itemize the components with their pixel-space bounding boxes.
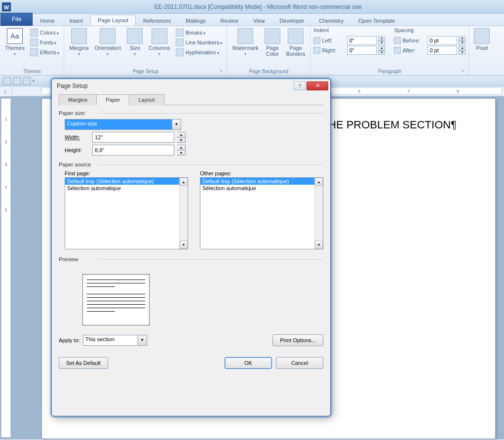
tab-file[interactable]: File (0, 13, 33, 26)
size-button[interactable]: Size▾ (125, 27, 145, 57)
watermark-button[interactable]: Watermark▾ (230, 27, 260, 57)
height-label: Height: (65, 147, 89, 153)
document-text: HE PROBLEM SECTION¶ (328, 119, 465, 131)
tab-chemistry[interactable]: Chemistry (311, 15, 351, 26)
title-bar: W EE-2011.0701.docx [Compatibility Mode]… (0, 0, 504, 14)
cancel-button[interactable]: Cancel (276, 357, 323, 369)
spacing-after-input[interactable] (427, 46, 457, 55)
group-arrange: Posit (469, 26, 495, 75)
page-borders-button[interactable]: Page Borders (284, 27, 308, 58)
breaks-icon (176, 29, 184, 37)
qat-icon-2[interactable] (13, 77, 21, 85)
qat-dropdown-icon[interactable]: ▾ (33, 79, 35, 83)
save-icon[interactable] (3, 77, 11, 85)
indent-left-spinner[interactable]: ▲▼ (378, 36, 385, 45)
chevron-down-icon: ▾ (78, 52, 80, 56)
tab-mailings[interactable]: Mailings (178, 15, 213, 26)
preview-label: Preview (59, 256, 323, 262)
indent-left-icon (313, 37, 320, 44)
breaks-button[interactable]: Breaks (174, 28, 224, 37)
tab-insert[interactable]: Insert (62, 15, 91, 26)
effects-button[interactable]: Effects (29, 48, 61, 57)
dialog-tab-layout[interactable]: Layout (129, 94, 164, 105)
group-label-page-background: Page Background (230, 68, 307, 75)
position-button[interactable]: Posit (472, 27, 492, 52)
orientation-button[interactable]: Orientation▾ (93, 27, 123, 57)
spacing-after-icon (394, 47, 401, 54)
themes-button[interactable]: Aa Themes ▾ (3, 27, 27, 57)
apply-to-dropdown-button[interactable]: ▼ (138, 335, 147, 346)
tab-home[interactable]: Home (33, 15, 62, 26)
group-label-page-setup[interactable]: Page Setup (67, 68, 224, 75)
spacing-before-spinner[interactable]: ▲▼ (459, 36, 465, 45)
themes-icon: Aa (7, 28, 23, 44)
print-options-button[interactable]: Print Options... (272, 334, 323, 346)
spacing-heading: Spacing (394, 27, 465, 33)
spacing-before-icon (394, 37, 401, 44)
paper-size-select[interactable]: Custom size (65, 119, 172, 130)
height-spinner[interactable]: ▲▼ (177, 145, 186, 156)
line-numbers-icon (176, 39, 184, 46)
list-item[interactable]: Default tray (Sélection automatique) (65, 178, 188, 185)
paper-source-label: Paper source (59, 161, 323, 167)
width-input[interactable] (92, 132, 174, 143)
columns-button[interactable]: Columns▾ (147, 27, 172, 57)
scrollbar[interactable]: ▲▼ (179, 178, 188, 249)
chevron-down-icon: ▾ (14, 52, 16, 56)
first-page-listbox[interactable]: Default tray (Sélection automatique) Sél… (65, 177, 188, 249)
list-item[interactable]: Default tray (Sélection automatique) (200, 178, 323, 185)
indent-right-spinner[interactable]: ▲▼ (378, 46, 385, 55)
group-page-setup: Margins▾ Orientation▾ Size▾ Columns▾ Bre… (64, 26, 227, 75)
hyphenation-button[interactable]: Hyphenation (174, 48, 224, 57)
ribbon-tabs: File Home Insert Page Layout References … (0, 14, 504, 26)
tab-references[interactable]: References (136, 15, 178, 26)
dialog-tab-paper[interactable]: Paper (96, 94, 129, 105)
group-label-paragraph[interactable]: Paragraph (313, 68, 465, 75)
margins-button[interactable]: Margins▾ (67, 27, 90, 57)
tab-page-layout[interactable]: Page Layout (90, 15, 136, 26)
tab-view[interactable]: View (246, 15, 272, 26)
ruler-corner[interactable]: L (0, 86, 12, 96)
spacing-before-input[interactable] (427, 36, 457, 45)
fonts-icon (30, 39, 38, 46)
indent-right-input[interactable] (347, 46, 377, 55)
size-icon (127, 28, 143, 44)
tab-review[interactable]: Review (213, 15, 246, 26)
fonts-button[interactable]: Fonts (29, 38, 61, 47)
line-numbers-button[interactable]: Line Numbers (174, 38, 224, 47)
scrollbar[interactable]: ▲▼ (314, 178, 323, 249)
width-spinner[interactable]: ▲▼ (177, 132, 186, 143)
margins-icon (71, 28, 87, 44)
effects-icon (30, 48, 38, 56)
dialog-tab-margins[interactable]: Margins (59, 94, 97, 105)
dialog-help-button[interactable]: ? (294, 81, 306, 90)
ok-button[interactable]: OK (225, 357, 272, 369)
page-color-button[interactable]: Page Color (263, 27, 282, 58)
paper-size-label: Paper size: (59, 110, 323, 116)
hyphenation-icon (176, 48, 184, 56)
tab-developer[interactable]: Developer (272, 15, 311, 26)
spacing-before-label: Before: (402, 38, 426, 43)
watermark-icon (237, 28, 253, 44)
list-item[interactable]: Sélection automatique (65, 185, 188, 192)
other-pages-listbox[interactable]: Default tray (Sélection automatique) Sél… (200, 177, 323, 249)
qat-icon-3[interactable] (23, 77, 31, 85)
page-borders-icon (288, 28, 304, 44)
dialog-titlebar[interactable]: Page Setup ? ✕ (52, 79, 330, 93)
other-pages-label: Other pages: (200, 170, 323, 176)
set-as-default-button[interactable]: Set As Default (59, 357, 108, 369)
indent-left-input[interactable] (347, 36, 377, 45)
group-page-background: Watermark▾ Page Color Page Borders Page … (227, 26, 310, 75)
tab-open-template[interactable]: Open Template (351, 15, 402, 26)
ruler-vertical[interactable]: 12345 (1, 98, 11, 438)
list-item[interactable]: Sélection automatique (200, 185, 323, 192)
dialog-close-button[interactable]: ✕ (307, 81, 328, 90)
spacing-after-spinner[interactable]: ▲▼ (459, 46, 465, 55)
chevron-down-icon: ▾ (158, 52, 160, 56)
height-input[interactable] (92, 145, 174, 156)
preview-box (82, 274, 150, 325)
first-page-label: First page: (65, 170, 188, 176)
apply-to-select[interactable]: This section (83, 335, 138, 346)
paper-size-dropdown-button[interactable]: ▼ (172, 119, 181, 130)
colors-button[interactable]: Colors (29, 28, 61, 37)
